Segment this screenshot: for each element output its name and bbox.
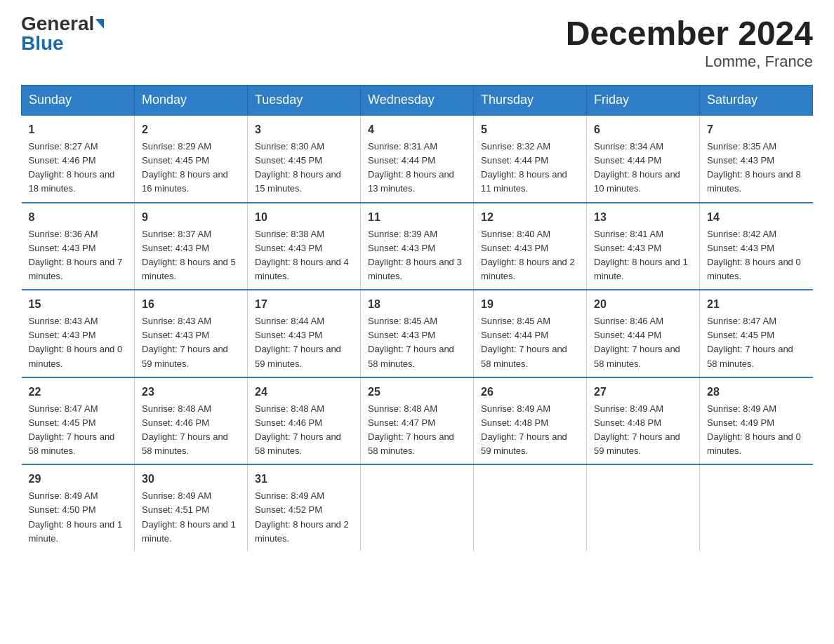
day-number: 18 [368, 296, 466, 313]
day-info: Sunrise: 8:49 AMSunset: 4:49 PMDaylight:… [707, 403, 801, 456]
day-info: Sunrise: 8:48 AMSunset: 4:46 PMDaylight:… [142, 403, 228, 456]
calendar-cell: 16Sunrise: 8:43 AMSunset: 4:43 PMDayligh… [135, 290, 248, 377]
calendar-title: December 2024 [566, 14, 813, 53]
calendar-cell: 19Sunrise: 8:45 AMSunset: 4:44 PMDayligh… [474, 290, 587, 377]
calendar-cell: 9Sunrise: 8:37 AMSunset: 4:43 PMDaylight… [135, 203, 248, 290]
calendar-cell: 4Sunrise: 8:31 AMSunset: 4:44 PMDaylight… [361, 115, 474, 203]
calendar-cell: 11Sunrise: 8:39 AMSunset: 4:43 PMDayligh… [361, 203, 474, 290]
logo-arrow-icon [95, 19, 104, 29]
day-number: 21 [707, 296, 806, 313]
day-info: Sunrise: 8:44 AMSunset: 4:43 PMDaylight:… [255, 316, 341, 368]
day-number: 27 [594, 384, 692, 401]
calendar-cell: 21Sunrise: 8:47 AMSunset: 4:45 PMDayligh… [700, 290, 813, 377]
day-number: 29 [29, 471, 128, 488]
calendar-cell: 31Sunrise: 8:49 AMSunset: 4:52 PMDayligh… [248, 464, 361, 551]
calendar-table: SundayMondayTuesdayWednesdayThursdayFrid… [21, 85, 813, 551]
calendar-cell: 30Sunrise: 8:49 AMSunset: 4:51 PMDayligh… [135, 464, 248, 551]
header-tuesday: Tuesday [248, 86, 361, 116]
day-info: Sunrise: 8:47 AMSunset: 4:45 PMDaylight:… [29, 403, 115, 456]
calendar-cell: 1Sunrise: 8:27 AMSunset: 4:46 PMDaylight… [22, 115, 135, 203]
calendar-cell: 17Sunrise: 8:44 AMSunset: 4:43 PMDayligh… [248, 290, 361, 377]
calendar-cell: 29Sunrise: 8:49 AMSunset: 4:50 PMDayligh… [22, 464, 135, 551]
day-number: 25 [368, 384, 466, 401]
header-thursday: Thursday [474, 86, 587, 116]
logo: General Blue [21, 14, 104, 53]
calendar-cell: 8Sunrise: 8:36 AMSunset: 4:43 PMDaylight… [22, 203, 135, 290]
calendar-cell: 13Sunrise: 8:41 AMSunset: 4:43 PMDayligh… [587, 203, 700, 290]
calendar-cell [361, 464, 474, 551]
day-number: 6 [594, 121, 692, 138]
day-info: Sunrise: 8:43 AMSunset: 4:43 PMDaylight:… [142, 316, 228, 368]
day-info: Sunrise: 8:45 AMSunset: 4:43 PMDaylight:… [368, 316, 454, 368]
day-number: 22 [29, 384, 128, 401]
day-info: Sunrise: 8:46 AMSunset: 4:44 PMDaylight:… [594, 316, 680, 368]
calendar-cell: 18Sunrise: 8:45 AMSunset: 4:43 PMDayligh… [361, 290, 474, 377]
day-number: 23 [142, 384, 240, 401]
calendar-cell: 6Sunrise: 8:34 AMSunset: 4:44 PMDaylight… [587, 115, 700, 203]
header-friday: Friday [587, 86, 700, 116]
calendar-cell: 10Sunrise: 8:38 AMSunset: 4:43 PMDayligh… [248, 203, 361, 290]
day-number: 1 [29, 121, 128, 138]
calendar-cell [700, 464, 813, 551]
day-number: 20 [594, 296, 692, 313]
calendar-cell: 23Sunrise: 8:48 AMSunset: 4:46 PMDayligh… [135, 377, 248, 465]
calendar-cell: 14Sunrise: 8:42 AMSunset: 4:43 PMDayligh… [700, 203, 813, 290]
day-info: Sunrise: 8:49 AMSunset: 4:52 PMDaylight:… [255, 490, 349, 543]
calendar-week-row: 15Sunrise: 8:43 AMSunset: 4:43 PMDayligh… [22, 290, 813, 377]
day-info: Sunrise: 8:49 AMSunset: 4:48 PMDaylight:… [481, 403, 567, 456]
day-info: Sunrise: 8:31 AMSunset: 4:44 PMDaylight:… [368, 141, 454, 194]
day-info: Sunrise: 8:32 AMSunset: 4:44 PMDaylight:… [481, 141, 567, 194]
header-saturday: Saturday [700, 86, 813, 116]
calendar-cell: 27Sunrise: 8:49 AMSunset: 4:48 PMDayligh… [587, 377, 700, 465]
day-info: Sunrise: 8:37 AMSunset: 4:43 PMDaylight:… [142, 229, 236, 281]
page-header: General Blue December 2024 Lomme, France [21, 14, 813, 71]
calendar-cell: 28Sunrise: 8:49 AMSunset: 4:49 PMDayligh… [700, 377, 813, 465]
calendar-week-row: 29Sunrise: 8:49 AMSunset: 4:50 PMDayligh… [22, 464, 813, 551]
day-number: 31 [255, 471, 353, 488]
day-info: Sunrise: 8:27 AMSunset: 4:46 PMDaylight:… [29, 141, 115, 194]
day-info: Sunrise: 8:36 AMSunset: 4:43 PMDaylight:… [29, 229, 123, 281]
day-number: 12 [481, 209, 579, 226]
calendar-cell: 25Sunrise: 8:48 AMSunset: 4:47 PMDayligh… [361, 377, 474, 465]
calendar-header-row: SundayMondayTuesdayWednesdayThursdayFrid… [22, 86, 813, 116]
calendar-cell: 7Sunrise: 8:35 AMSunset: 4:43 PMDaylight… [700, 115, 813, 203]
day-number: 7 [707, 121, 806, 138]
day-info: Sunrise: 8:39 AMSunset: 4:43 PMDaylight:… [368, 229, 462, 281]
day-info: Sunrise: 8:49 AMSunset: 4:50 PMDaylight:… [29, 490, 123, 543]
calendar-week-row: 8Sunrise: 8:36 AMSunset: 4:43 PMDaylight… [22, 203, 813, 290]
day-info: Sunrise: 8:47 AMSunset: 4:45 PMDaylight:… [707, 316, 793, 368]
day-info: Sunrise: 8:38 AMSunset: 4:43 PMDaylight:… [255, 229, 349, 281]
calendar-cell: 26Sunrise: 8:49 AMSunset: 4:48 PMDayligh… [474, 377, 587, 465]
day-number: 13 [594, 209, 692, 226]
day-number: 8 [29, 209, 128, 226]
day-info: Sunrise: 8:41 AMSunset: 4:43 PMDaylight:… [594, 229, 688, 281]
day-info: Sunrise: 8:35 AMSunset: 4:43 PMDaylight:… [707, 141, 801, 194]
day-info: Sunrise: 8:48 AMSunset: 4:47 PMDaylight:… [368, 403, 454, 456]
day-number: 10 [255, 209, 353, 226]
day-number: 5 [481, 121, 579, 138]
day-number: 3 [255, 121, 353, 138]
logo-blue-text: Blue [21, 34, 64, 53]
day-number: 14 [707, 209, 806, 226]
calendar-cell: 3Sunrise: 8:30 AMSunset: 4:45 PMDaylight… [248, 115, 361, 203]
day-number: 24 [255, 384, 353, 401]
day-info: Sunrise: 8:40 AMSunset: 4:43 PMDaylight:… [481, 229, 575, 281]
calendar-week-row: 1Sunrise: 8:27 AMSunset: 4:46 PMDaylight… [22, 115, 813, 203]
day-number: 11 [368, 209, 466, 226]
header-sunday: Sunday [22, 86, 135, 116]
header-monday: Monday [135, 86, 248, 116]
day-info: Sunrise: 8:43 AMSunset: 4:43 PMDaylight:… [29, 316, 123, 368]
day-info: Sunrise: 8:49 AMSunset: 4:48 PMDaylight:… [594, 403, 680, 456]
day-info: Sunrise: 8:29 AMSunset: 4:45 PMDaylight:… [142, 141, 228, 194]
calendar-cell: 20Sunrise: 8:46 AMSunset: 4:44 PMDayligh… [587, 290, 700, 377]
day-info: Sunrise: 8:42 AMSunset: 4:43 PMDaylight:… [707, 229, 801, 281]
day-number: 19 [481, 296, 579, 313]
logo-general-text: General [21, 14, 94, 34]
day-number: 26 [481, 384, 579, 401]
day-number: 4 [368, 121, 466, 138]
day-info: Sunrise: 8:48 AMSunset: 4:46 PMDaylight:… [255, 403, 341, 456]
day-number: 2 [142, 121, 240, 138]
header-wednesday: Wednesday [361, 86, 474, 116]
day-number: 28 [707, 384, 806, 401]
day-number: 15 [29, 296, 128, 313]
